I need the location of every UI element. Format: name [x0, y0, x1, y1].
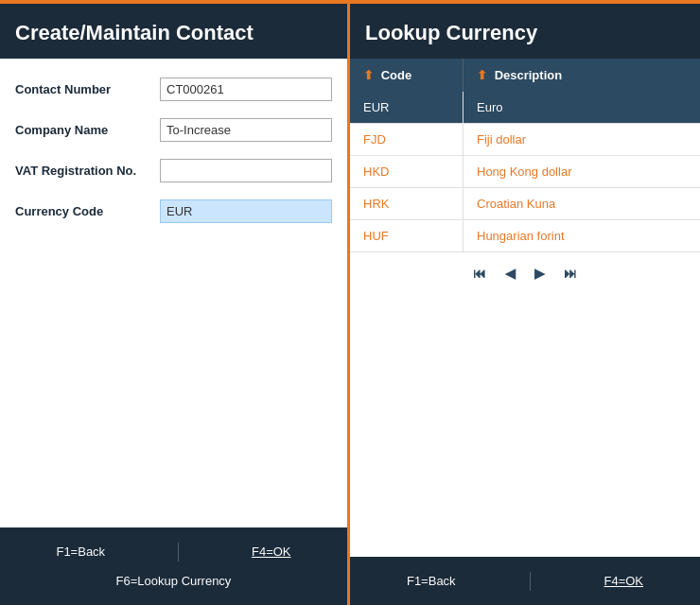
sort-arrow-code: ⬆: [363, 68, 374, 82]
currency-desc-cell: Euro: [464, 92, 700, 123]
currency-code-cell: HKD: [350, 156, 464, 187]
label-vat-reg: VAT Registration No.: [15, 164, 160, 178]
col-desc-label: Description: [495, 68, 563, 82]
input-contact-number[interactable]: [160, 78, 332, 101]
right-f4-ok-button[interactable]: F4=OK: [594, 570, 653, 592]
currency-code-cell: EUR: [350, 92, 464, 123]
right-panel-title: Lookup Currency: [365, 21, 685, 45]
pagination: ⏮ ◀ ▶ ⏭: [350, 252, 700, 294]
currency-desc-cell: Hong Kong dollar: [464, 156, 700, 187]
currency-code-cell: FJD: [350, 124, 464, 155]
left-content: Contact NumberCompany NameVAT Registrati…: [0, 59, 347, 527]
first-page-button[interactable]: ⏮: [467, 264, 492, 283]
currency-code-cell: HRK: [350, 188, 464, 219]
last-page-button[interactable]: ⏭: [558, 264, 583, 283]
col-header-description[interactable]: ⬆ Description: [464, 59, 700, 92]
sort-arrow-desc: ⬆: [477, 68, 487, 82]
left-panel: Create/Maintain Contact Contact NumberCo…: [0, 0, 350, 605]
right-footer: F1=Back F4=OK: [350, 557, 700, 605]
table-row[interactable]: HUFHungarian forint: [350, 220, 700, 252]
left-f1-back-button[interactable]: F1=Back: [46, 541, 114, 562]
form-row-company-name: Company Name: [15, 118, 332, 142]
right-content: ⬆ Code ⬆ Description EUREuroFJDFiji doll…: [350, 59, 700, 557]
prev-page-button[interactable]: ◀: [499, 264, 521, 283]
left-footer-row1: F1=Back F4=OK: [15, 541, 332, 562]
right-footer-divider: [530, 572, 531, 591]
input-vat-reg[interactable]: [160, 159, 332, 182]
right-f1-back-button[interactable]: F1=Back: [397, 570, 465, 592]
next-page-button[interactable]: ▶: [529, 264, 551, 283]
right-header: Lookup Currency: [350, 4, 700, 59]
left-footer-row2: F6=Lookup Currency: [15, 570, 332, 592]
right-footer-row: F1=Back F4=OK: [365, 570, 685, 592]
label-contact-number: Contact Number: [15, 82, 160, 96]
table-header: ⬆ Code ⬆ Description: [350, 59, 700, 92]
footer-divider: [178, 543, 179, 562]
col-header-code[interactable]: ⬆ Code: [350, 59, 464, 92]
table-row[interactable]: HRKCroatian Kuna: [350, 188, 700, 220]
form-row-vat-reg: VAT Registration No.: [15, 159, 332, 182]
currency-desc-cell: Fiji dollar: [464, 124, 700, 155]
currency-desc-cell: Hungarian forint: [464, 220, 700, 251]
right-panel: Lookup Currency ⬆ Code ⬆ Description EUR…: [350, 0, 700, 605]
table-row[interactable]: HKDHong Kong dollar: [350, 156, 700, 188]
col-code-label: Code: [381, 68, 412, 82]
label-currency-code: Currency Code: [15, 204, 160, 218]
currency-desc-cell: Croatian Kuna: [464, 188, 700, 219]
table-row[interactable]: FJDFiji dollar: [350, 124, 700, 156]
left-panel-title: Create/Maintain Contact: [15, 21, 332, 45]
currency-code-cell: HUF: [350, 220, 464, 251]
form-row-currency-code: Currency Code: [15, 199, 332, 223]
input-currency-code[interactable]: [160, 199, 332, 223]
left-header: Create/Maintain Contact: [0, 0, 347, 59]
input-company-name[interactable]: [160, 118, 332, 142]
currency-table: ⬆ Code ⬆ Description EUREuroFJDFiji doll…: [350, 59, 700, 252]
label-company-name: Company Name: [15, 123, 160, 137]
left-f4-ok-button[interactable]: F4=OK: [242, 541, 301, 562]
left-footer: F1=Back F4=OK F6=Lookup Currency: [0, 527, 347, 605]
table-row[interactable]: EUREuro: [350, 92, 700, 124]
left-f6-lookup-button[interactable]: F6=Lookup Currency: [107, 570, 241, 592]
form-row-contact-number: Contact Number: [15, 78, 332, 101]
